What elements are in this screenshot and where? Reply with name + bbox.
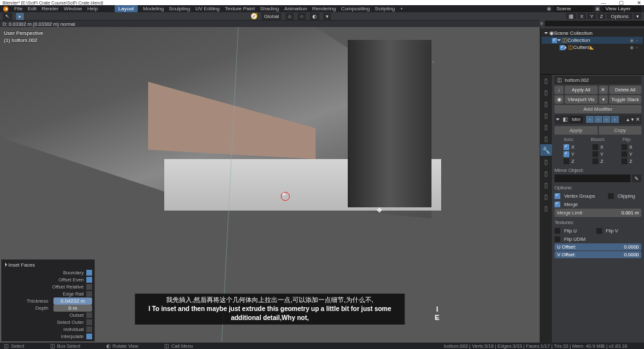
operator-panel[interactable]: Inset Faces Boundary Offset Even Offset …	[1, 259, 95, 341]
menu-help[interactable]: Help	[87, 6, 97, 12]
menu-window[interactable]: Window	[64, 6, 82, 12]
x-icon[interactable]: ✕	[599, 86, 608, 94]
camera-icon[interactable]: ▫	[636, 38, 641, 43]
mod-close-icon[interactable]: ✕	[636, 117, 640, 122]
properties-breadcrumb[interactable]: ◫bottom.002	[554, 76, 641, 84]
copy-button[interactable]: Copy	[599, 126, 642, 135]
options-button[interactable]: Options	[607, 13, 632, 20]
tab-layout[interactable]: Layout	[115, 5, 138, 12]
scene-input[interactable]	[554, 5, 592, 12]
outliner-scene-collection[interactable]: ◉ Scene Collection	[542, 30, 643, 37]
tab-add[interactable]: +	[400, 6, 403, 12]
gizmos-icon[interactable]: ▦	[566, 13, 576, 20]
mod-edit-icon[interactable]: ▫	[603, 116, 611, 123]
individual-check[interactable]	[86, 326, 92, 332]
interpolate-check[interactable]	[86, 334, 92, 339]
tab-render-icon[interactable]: ▯	[540, 75, 552, 86]
bisect-z-check[interactable]	[592, 158, 598, 164]
offset-even-check[interactable]	[86, 277, 92, 283]
tab-modeling[interactable]: Modeling	[143, 6, 164, 12]
x-toggle[interactable]: X	[578, 13, 586, 20]
sidebar-toggle-icon[interactable]: ‹	[432, 58, 434, 65]
merge-limit-slider[interactable]: Merge Limit0.001 m	[554, 209, 641, 217]
tab-scripting[interactable]: Scripting	[375, 6, 395, 12]
add-modifier-button[interactable]: Add Modifier	[554, 105, 641, 113]
menu-edit[interactable]: Edit	[28, 6, 37, 12]
outliner-cutters[interactable]: ◫ Cutters ◣◉▫	[542, 44, 643, 51]
delete-all-button[interactable]: Delete All	[609, 86, 642, 94]
visibility-icon[interactable]: ◉	[630, 38, 635, 43]
snap-icon[interactable]: ⌂	[285, 13, 294, 20]
toggle-stack-button[interactable]: Toggle Stack	[609, 95, 642, 104]
close-button[interactable]: ✕	[637, 0, 641, 6]
offset-relative-check[interactable]	[86, 284, 92, 290]
viewport-3d[interactable]: D: 0.03302 m (0.03302 m) normal User Per…	[0, 21, 540, 343]
outliner-type-icon[interactable]: ▿	[540, 21, 543, 26]
tab-physics-icon[interactable]: ▯	[540, 167, 552, 179]
clipping-check[interactable]	[608, 193, 614, 199]
falloff-icon[interactable]: ○	[298, 13, 306, 20]
apply-button[interactable]: Apply	[554, 126, 598, 135]
menu-render[interactable]: Render	[42, 6, 59, 12]
tab-compositing[interactable]: Compositing	[341, 6, 370, 12]
axis-z-check[interactable]	[564, 158, 569, 164]
dropdown-icon[interactable]: ▾	[323, 13, 331, 20]
orientation-select[interactable]: Global	[261, 13, 281, 20]
mirror-object-input[interactable]	[554, 174, 630, 182]
tab-object-icon[interactable]: ▯	[540, 133, 552, 144]
down-icon[interactable]: ↓	[554, 86, 564, 94]
flip-y-check[interactable]	[621, 151, 627, 157]
flip-udim-check[interactable]	[554, 236, 560, 242]
tab-mesh-icon[interactable]: ▯	[540, 191, 552, 202]
u-offset-slider[interactable]: U Offset:0.0000	[554, 243, 641, 250]
menu-file[interactable]: File	[14, 6, 23, 12]
outliner-search[interactable]	[545, 21, 644, 26]
minimize-button[interactable]: —	[601, 0, 606, 6]
maximize-button[interactable]: ▢	[619, 0, 624, 6]
z-toggle[interactable]: Z	[598, 13, 606, 20]
mod-render-icon[interactable]: ▫	[586, 116, 594, 123]
merge-check[interactable]	[554, 202, 560, 207]
eyedropper-icon[interactable]: ✎	[632, 174, 641, 182]
depth-value[interactable]: 0 m	[53, 305, 92, 312]
mod-display-icon[interactable]: ▫	[594, 116, 602, 123]
flip-v-check[interactable]	[596, 228, 602, 234]
operator-title[interactable]: Inset Faces	[3, 261, 93, 269]
bisect-y-check[interactable]	[592, 151, 598, 157]
eye-icon[interactable]: ◉	[554, 95, 564, 104]
thickness-value[interactable]: 0.04232 m	[53, 297, 92, 305]
options-chevron-icon[interactable]: ▾	[634, 13, 641, 20]
mod-up-icon[interactable]: ▴	[627, 117, 629, 122]
edge-rail-check[interactable]	[86, 291, 92, 297]
play-icon[interactable]: ▸	[16, 13, 24, 20]
toggle-icon[interactable]: ▾	[599, 95, 608, 104]
tab-particles-icon[interactable]: ▯	[540, 156, 552, 167]
cursor-tool-icon[interactable]: ↖	[3, 13, 12, 20]
bisect-x-check[interactable]	[592, 144, 598, 150]
flip-u-check[interactable]	[554, 228, 560, 234]
tab-texture-paint[interactable]: Texture Paint	[225, 6, 255, 12]
visibility-icon[interactable]: ◉	[630, 45, 635, 50]
tab-animation[interactable]: Animation	[284, 6, 307, 12]
apply-all-button[interactable]: Apply All	[565, 86, 598, 94]
viewlayer-input[interactable]	[603, 5, 641, 12]
y-toggle[interactable]: Y	[587, 13, 596, 20]
flip-z-check[interactable]	[621, 158, 627, 164]
tab-world-icon[interactable]: ▯	[540, 121, 552, 133]
outset-check[interactable]	[86, 312, 92, 318]
tab-output-icon[interactable]: ▯	[540, 86, 552, 98]
boundary-check[interactable]	[86, 270, 92, 276]
mod-cage-icon[interactable]: ▫	[611, 116, 619, 123]
tab-constraints-icon[interactable]: ▯	[540, 179, 552, 191]
tab-scene-icon[interactable]: ▯	[540, 109, 552, 121]
tab-viewlayer-icon[interactable]: ▯	[540, 98, 552, 109]
flip-x-check[interactable]	[621, 144, 627, 150]
v-offset-slider[interactable]: V Offset:0.0000	[554, 251, 641, 258]
outliner-collection[interactable]: ◫ Collection◉▫	[542, 37, 643, 44]
axis-y-check[interactable]	[564, 151, 569, 157]
tab-modifier-icon[interactable]: 🔧	[540, 144, 552, 156]
tab-sculpting[interactable]: Sculpting	[169, 6, 190, 12]
outliner[interactable]: ◉ Scene Collection ◫ Collection◉▫ ◫ Cutt…	[540, 28, 644, 75]
viewport-vis-button[interactable]: Viewport Vis	[565, 95, 598, 104]
tab-shading[interactable]: Shading	[260, 6, 279, 12]
